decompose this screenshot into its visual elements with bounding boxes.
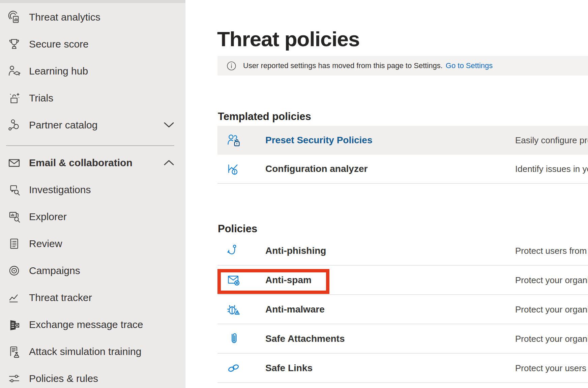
sidebar-item-label: Learning hub [29, 58, 88, 85]
threat-analytics-icon [7, 10, 21, 24]
sidebar-item-secure-score[interactable]: Secure score [0, 31, 185, 58]
anti-spam-icon [226, 273, 241, 288]
policy-row-label[interactable]: Anti-spam [265, 275, 312, 286]
sidebar-item-partner-catalog[interactable]: Partner catalog [0, 112, 185, 139]
policy-row-label[interactable]: Safe Links [265, 363, 313, 374]
policy-row-anti-spam[interactable]: Anti-spamProtect your organiz [217, 266, 588, 295]
page-title: Threat policies [217, 27, 360, 51]
policies-list: Anti-phishingProtect users from pAnti-sp… [217, 236, 588, 383]
sidebar-item-review[interactable]: Review [0, 230, 185, 257]
configuration-analyzer-icon [226, 161, 241, 176]
policy-row-label[interactable]: Anti-phishing [265, 245, 326, 256]
campaigns-icon [7, 264, 21, 278]
review-icon [7, 237, 21, 251]
info-icon [226, 61, 237, 71]
sidebar-item-explorer[interactable]: Explorer [0, 203, 185, 230]
main-content: Threat policies User reported settings h… [185, 0, 588, 388]
policy-row-description: Easily configure prot [515, 135, 588, 146]
sidebar-item-label: Threat analytics [29, 4, 100, 31]
email-collaboration-icon [7, 156, 21, 170]
policy-row-label[interactable]: Preset Security Policies [265, 135, 373, 146]
sidebar-item-label: Threat tracker [29, 284, 92, 311]
policies-rules-icon [7, 371, 21, 386]
sidebar-item-label: Partner catalog [29, 112, 97, 139]
policy-row-description: Protect users from p [515, 245, 588, 256]
explorer-icon [7, 210, 21, 224]
policy-row-label[interactable]: Safe Attachments [265, 333, 345, 344]
anti-phishing-icon [226, 243, 241, 258]
sidebar-group-email-collaboration: Email & collaborationInvestigationsExplo… [0, 149, 185, 388]
threat-policies-page: { "colors": { "sidebar_bg": "#eceae9", "… [0, 0, 588, 388]
policy-row-description: Protect your organiz [515, 275, 588, 285]
partner-catalog-icon [7, 118, 21, 132]
investigations-icon [7, 183, 21, 197]
sidebar-item-campaigns[interactable]: Campaigns [0, 257, 185, 284]
attack-simulation-training-icon [7, 345, 21, 359]
sidebar-item-learning-hub[interactable]: Learning hub [0, 58, 185, 85]
policy-row-description: Identify issues in you [515, 164, 588, 174]
preset-security-policies-icon [226, 133, 241, 148]
go-to-settings-link[interactable]: Go to Settings [446, 61, 493, 70]
policy-row-anti-phishing[interactable]: Anti-phishingProtect users from p [217, 236, 588, 266]
safe-links-icon [226, 361, 241, 376]
sidebar-item-label: Investigations [29, 176, 91, 203]
section-heading-policies: Policies [218, 223, 257, 235]
sidebar-item-label: Review [29, 230, 62, 257]
sidebar-item-label: Trials [29, 85, 53, 112]
sidebar-item-trials[interactable]: Trials [0, 85, 185, 112]
chevron-down-icon[interactable] [164, 122, 174, 128]
section-heading-templated-policies: Templated policies [218, 111, 311, 123]
policy-row-description: Protect your organiz [515, 304, 588, 315]
policy-row-safe-links[interactable]: Safe LinksProtect your users fr [217, 354, 588, 383]
threat-tracker-icon [7, 291, 21, 305]
policy-row-safe-attachments[interactable]: Safe AttachmentsProtect your organiz [217, 324, 588, 354]
templated-policies-list: Preset Security PoliciesEasily configure… [217, 126, 588, 184]
sidebar-item-label: Attack simulation training [29, 338, 142, 365]
sidebar-item-attack-simulation-training[interactable]: Attack simulation training [0, 338, 185, 365]
sidebar-item-email-collaboration[interactable]: Email & collaboration [0, 149, 185, 176]
secure-score-icon [7, 37, 21, 51]
policy-row-configuration-analyzer[interactable]: Configuration analyzerIdentify issues in… [217, 155, 588, 184]
sidebar-item-investigations[interactable]: Investigations [0, 176, 185, 203]
info-banner: User reported settings has moved from th… [217, 56, 588, 76]
safe-attachments-icon [226, 331, 241, 346]
sidebar-item-threat-tracker[interactable]: Threat tracker [0, 284, 185, 311]
chevron-up-icon[interactable] [164, 160, 174, 166]
sidebar-item-label: Exchange message trace [29, 311, 143, 338]
sidebar-top-edge [0, 0, 185, 3]
sidebar-divider [6, 145, 174, 146]
anti-malware-icon [226, 302, 241, 317]
sidebar-item-label: Email & collaboration [29, 149, 133, 176]
policy-row-anti-malware[interactable]: Anti-malwareProtect your organiz [217, 295, 588, 324]
sidebar-item-label: Campaigns [29, 257, 80, 284]
exchange-message-trace-icon [7, 318, 21, 332]
sidebar: Threat analyticsSecure scoreLearning hub… [0, 0, 185, 388]
sidebar-group-top: Threat analyticsSecure scoreLearning hub… [0, 4, 185, 139]
policy-row-preset-security-policies[interactable]: Preset Security PoliciesEasily configure… [217, 126, 588, 155]
trials-icon [7, 91, 21, 105]
policy-row-description: Protect your organiz [515, 333, 588, 344]
sidebar-item-label: Secure score [29, 31, 89, 58]
sidebar-item-label: Policies & rules [29, 365, 98, 388]
learning-hub-icon [7, 64, 21, 78]
sidebar-item-label: Explorer [29, 203, 67, 230]
policy-row-label[interactable]: Anti-malware [265, 304, 325, 315]
sidebar-item-threat-analytics[interactable]: Threat analytics [0, 4, 185, 31]
sidebar-item-exchange-message-trace[interactable]: Exchange message trace [0, 311, 185, 338]
policy-row-description: Protect your users fr [515, 363, 588, 373]
policy-row-label[interactable]: Configuration analyzer [265, 163, 368, 174]
sidebar-item-policies-rules[interactable]: Policies & rules [0, 365, 185, 388]
banner-text: User reported settings has moved from th… [243, 61, 443, 70]
